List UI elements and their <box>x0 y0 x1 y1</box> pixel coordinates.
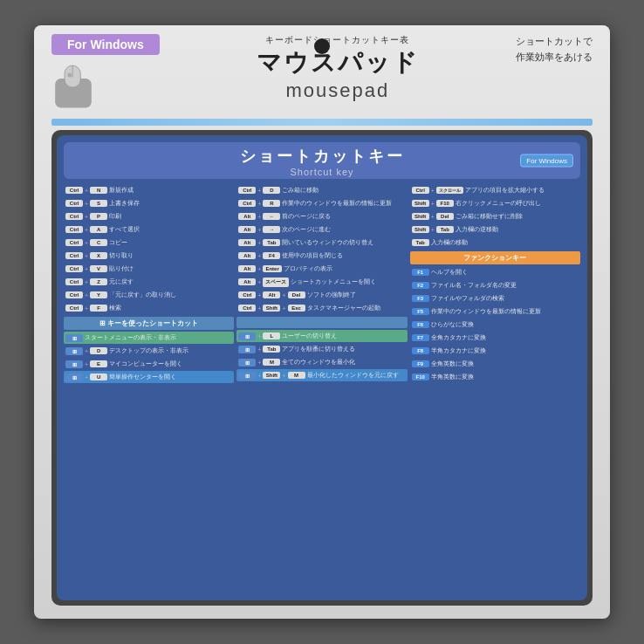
mouse-icon-area <box>51 64 95 112</box>
sc-f5: F5 作業中のウィンドウを最新の情報に更新 <box>410 305 580 318</box>
title-subtitle: キーボードショートカットキー表 <box>168 34 507 46</box>
key-scroll: スクロール <box>436 187 463 194</box>
sc-ctrl-a: Ctrl + A すべて選択 <box>64 223 234 236</box>
pad-subtitle: Shortcut key <box>64 167 580 177</box>
svg-rect-3 <box>67 72 72 77</box>
key-left: ← <box>263 213 280 220</box>
sc-alt-space: Alt + スペース ショートカットメニューを開く <box>236 276 407 288</box>
mousepad-wrapper: ショートカットキー Shortcut key For Windows Ctrl … <box>51 130 593 606</box>
key-ctrl: Ctrl <box>65 213 83 220</box>
key-enter: Enter <box>263 265 281 272</box>
sc-win-u: ⊞ + U 簡単操作センターを開く <box>64 371 234 383</box>
key-win: ⊞ <box>238 372 256 380</box>
sc-ctrl-scroll: Ctrl + スクロール アプリの項目を拡大縮小する <box>410 184 580 196</box>
key-alt: Alt <box>238 226 256 233</box>
desc-win-l: ユーザーの切り替え <box>282 332 337 339</box>
desc-alt-enter: プロパティの表示 <box>284 265 332 271</box>
tagline-2: 作業効率をあける <box>516 50 593 65</box>
key-ctrl: Ctrl <box>412 187 429 194</box>
key-tab-only: Tab <box>412 239 429 246</box>
key-f1: F1 <box>412 269 429 276</box>
key-win: ⊞ <box>65 347 83 355</box>
key-win: ⊞ <box>65 360 83 368</box>
pad-content: Ctrl + N 新規作成 Ctrl + S 上書き保存 Ctrl + <box>64 184 580 383</box>
col-3: Ctrl + スクロール アプリの項目を拡大縮小する Shift + F10 右… <box>410 184 580 383</box>
desc-alt-f4: 使用中の項目を閉じる <box>282 252 343 258</box>
desc-win-u: 簡単操作センターを開く <box>109 373 176 380</box>
key-alt: Alt <box>238 278 256 285</box>
key-ctrl: Ctrl <box>65 305 83 312</box>
sc-win-e: ⊞ + E マイコンピューターを開く <box>64 358 234 370</box>
key-tab2: Tab <box>263 346 280 353</box>
key-del2: Del <box>436 213 454 220</box>
tagline-1: ショートカットで <box>516 34 593 50</box>
mousepad: ショートカットキー Shortcut key For Windows Ctrl … <box>57 135 587 600</box>
for-windows-badge: For Windows <box>51 34 160 55</box>
fw-badge-pad: For Windows <box>520 154 573 168</box>
sc-tab: Tab 入力欄の移動 <box>410 236 580 249</box>
key-m: M <box>263 359 280 366</box>
desc-ctrl-n: 新規作成 <box>109 187 134 193</box>
sc-alt-back: Alt + ← 前のページに戻る <box>236 210 407 223</box>
desc-win-e: マイコンピューターを開く <box>109 360 182 367</box>
desc-alt-fwd: 次のページに進む <box>282 226 331 232</box>
desc-shift-tab: 入力欄の逆移動 <box>456 226 498 232</box>
key-alt2: Alt <box>263 291 280 298</box>
key-alt: Alt <box>238 252 256 259</box>
key-win: ⊞ <box>65 334 83 342</box>
desc-shift-del: ごみ箱に移動せずに削除 <box>456 213 523 219</box>
desc-ctrl-x: 切り取り <box>109 252 134 258</box>
sc-win-l: ⊞ + L ユーザーの切り替え <box>236 330 407 342</box>
plastic-strip <box>51 119 593 126</box>
key-f7: F7 <box>412 334 429 341</box>
col-2: Ctrl + D ごみ箱に移動 Ctrl + R 作業中のウィンドウを最新の情報… <box>236 184 407 383</box>
desc-f10: 半角英数に変換 <box>431 373 474 380</box>
sc-ctrl-c: Ctrl + C コピー <box>64 236 234 249</box>
sc-win-m: ⊞ + M 全てのウィンドウを最小化 <box>236 356 407 368</box>
key-f2: F2 <box>412 282 429 289</box>
desc-ctrl-c: コピー <box>109 239 127 245</box>
key-ctrl: Ctrl <box>238 291 256 298</box>
key-win: ⊞ <box>238 346 256 353</box>
key-f6: F6 <box>412 321 429 328</box>
key-m2: M <box>288 372 305 379</box>
sc-alt-f4: Alt + F4 使用中の項目を閉じる <box>236 250 407 262</box>
key-del: Del <box>288 291 305 298</box>
key-alt: Alt <box>238 265 256 272</box>
sc-ctrl-x: Ctrl + X 切り取り <box>64 250 234 262</box>
sc-alt-tab: Alt + Tab 開いているウィンドウの切り替え <box>236 236 407 249</box>
key-space: スペース <box>263 277 289 287</box>
key-z: Z <box>90 278 107 285</box>
desc-f7: 全角カタカナに変換 <box>431 334 486 340</box>
key-f9: F9 <box>412 360 429 367</box>
key-e: E <box>90 360 107 367</box>
sc-f2: F2 ファイル名・フォルダ名の変更 <box>410 279 580 291</box>
key-f5: F5 <box>412 308 429 315</box>
sc-ctrl-s: Ctrl + S 上書き保存 <box>64 197 234 209</box>
key-ctrl: Ctrl <box>65 291 83 298</box>
desc-win-start: スタートメニューの表示・非表示 <box>85 334 176 340</box>
desc-f9: 全角英数に変換 <box>431 360 474 367</box>
key-p: P <box>90 213 107 220</box>
key-f3: F3 <box>412 295 429 302</box>
key-win: ⊞ <box>238 332 256 340</box>
sc-ctrl-z: Ctrl + Z 元に戻す <box>64 276 234 288</box>
key-f10: F10 <box>436 200 454 207</box>
desc-ctrl-shift-esc: タスクマネージャーの起動 <box>307 305 380 311</box>
key-alt: Alt <box>238 213 256 220</box>
key-esc: Esc <box>288 305 305 312</box>
sc-f7: F7 全角カタカナに変換 <box>410 332 580 344</box>
key-d: D <box>90 347 107 354</box>
key-f4: F4 <box>263 252 280 259</box>
desc-ctrl-z: 元に戻す <box>109 278 134 284</box>
mousepad-icon <box>51 64 95 112</box>
key-f10b: F10 <box>412 373 429 380</box>
desc-f6: ひらがなに変換 <box>431 321 474 327</box>
sc-win-shift-m: ⊞ + Shift + M 最小化したウィンドウを元に戻す <box>236 369 407 381</box>
key-ctrl: Ctrl <box>65 239 83 246</box>
desc-ctrl-v: 貼り付け <box>109 265 134 271</box>
sc-shift-f10: Shift + F10 右クリックメニューの呼び出し <box>410 197 580 209</box>
hang-hole <box>314 38 330 54</box>
pad-header: ショートカットキー Shortcut key For Windows <box>64 142 580 179</box>
key-shift: Shift <box>412 213 429 220</box>
